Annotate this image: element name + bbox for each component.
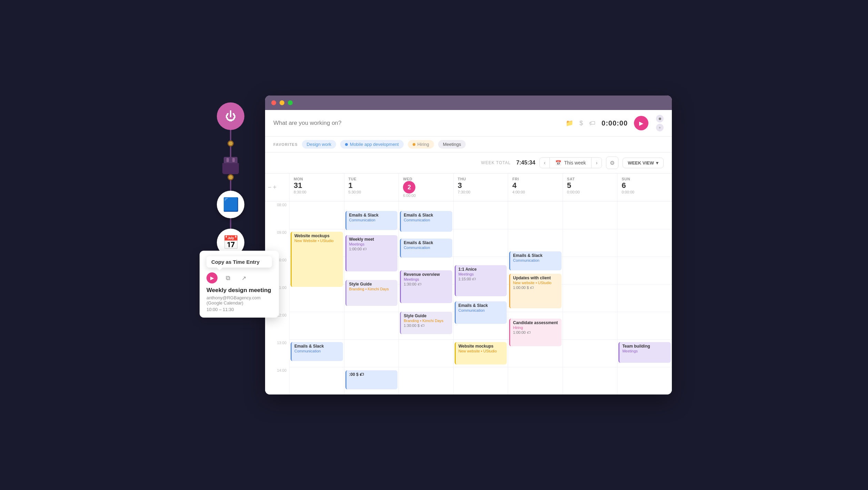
event-website-mockups-thu[interactable]: Website mockups New website • UStudio xyxy=(455,342,507,364)
copy-as-time-entry-tooltip[interactable]: Copy as Time Entry xyxy=(206,256,272,268)
grid-line xyxy=(290,367,344,367)
start-timer-button[interactable]: ▶ xyxy=(634,116,648,130)
event-emails-slack-tue[interactable]: Emails & Slack Communication xyxy=(345,211,398,230)
zoom-in-icon[interactable]: + xyxy=(273,184,277,191)
grid-line xyxy=(563,312,617,312)
event-style-guide-wed[interactable]: Style Guide Branding • Kimchi Days 1:30:… xyxy=(400,312,452,334)
event-emails-slack-wed1[interactable]: Emails & Slack Communication xyxy=(400,211,452,232)
day-col-wed: Emails & Slack Communication Emails & Sl… xyxy=(398,201,453,394)
grid-line xyxy=(344,367,399,367)
close-dot[interactable] xyxy=(271,100,276,105)
zoom-controls: − + xyxy=(265,173,289,201)
grid-line xyxy=(617,284,672,284)
event-emails-slack-mon[interactable]: Emails & Slack Communication xyxy=(291,342,343,361)
day-col-mon: Website mockups New Website • UStudio Em… xyxy=(289,201,344,394)
external-link-button[interactable]: ↗ xyxy=(238,272,249,283)
connector-line-1 xyxy=(230,130,231,140)
grid-line xyxy=(617,339,672,340)
next-week-button[interactable]: › xyxy=(592,158,602,168)
play-button[interactable]: ▶ xyxy=(206,272,218,283)
fav-mobile-app-label: Mobile app development xyxy=(350,142,399,147)
outlook-icon[interactable]: 🟦 xyxy=(217,191,244,218)
header-icons: 📁 $ 🏷 0:00:00 ▶ ⏺ + xyxy=(566,115,664,131)
event-emails-slack-thu[interactable]: Emails & Slack Communication xyxy=(455,301,507,324)
plug-body xyxy=(222,163,239,174)
folder-icon[interactable]: 📁 xyxy=(566,119,573,127)
fav-meetings-label: Meetings xyxy=(443,142,461,147)
grid-line xyxy=(344,339,399,340)
prev-week-button[interactable]: ‹ xyxy=(540,158,550,168)
grid-line xyxy=(617,367,672,367)
grid-line xyxy=(563,284,617,284)
record-button[interactable]: ⏺ xyxy=(656,115,664,122)
fav-hiring-label: Hiring xyxy=(417,142,429,147)
sidebar-connector: ⏻ 🟦 📅 xyxy=(217,102,244,256)
timer-display: 0:00:00 xyxy=(602,119,628,127)
calendar-settings-button[interactable]: ⚙ xyxy=(606,157,618,169)
maximize-dot[interactable] xyxy=(288,100,293,105)
event-candidate-assessment-fri[interactable]: Candidate assessment Hiring 1:00:00 🏷 xyxy=(509,319,562,346)
event-style-guide-tue[interactable]: Style Guide Branding • Kimchi Days xyxy=(345,280,398,306)
time-08: 08:00 xyxy=(265,201,289,229)
event-revenue-overview-wed[interactable]: Revenue overview Meetings 1:30:00 🏷 xyxy=(400,270,452,303)
grid-line xyxy=(399,367,453,367)
calendar-body: 08:00 09:00 10:00 11:00 12:00 13:00 14:0… xyxy=(265,201,672,394)
event-emails-slack-tue2[interactable]: :00 $ 🏷 xyxy=(345,370,398,389)
event-1on1-anice-thu[interactable]: 1:1 Anice Meetings 1:15:00 🏷 xyxy=(455,265,507,296)
grid-line xyxy=(508,367,563,367)
time-14: 14:00 xyxy=(265,367,289,394)
main-window: 📁 $ 🏷 0:00:00 ▶ ⏺ + FAVORITES Design wor… xyxy=(265,96,672,394)
outlook-emoji: 🟦 xyxy=(223,197,239,212)
time-13: 13:00 xyxy=(265,339,289,367)
hiring-dot xyxy=(413,143,415,146)
popup-card: Copy as Time Entry ▶ ⧉ ↗ Weekly design m… xyxy=(200,251,279,318)
week-view-button[interactable]: WEEK VIEW ▾ xyxy=(623,158,664,168)
connector-line-3 xyxy=(230,180,231,191)
fav-meetings[interactable]: Meetings xyxy=(438,140,466,149)
calendar-nav: ‹ 📅 This week › xyxy=(539,157,602,168)
fav-design-work[interactable]: Design work xyxy=(302,140,336,149)
calendar-grid: − + MON 31 8:30:00 TUE 1 5:30:00 WED 2 6… xyxy=(265,173,672,394)
event-emails-slack-wed2[interactable]: Emails & Slack Communication xyxy=(400,239,452,258)
week-total-label: WEEK TOTAL xyxy=(481,160,511,165)
sidebar: ⏻ 🟦 📅 xyxy=(196,96,265,256)
grid-line xyxy=(508,229,563,229)
power-icon-circle[interactable]: ⏻ xyxy=(217,102,244,130)
copy-button[interactable]: ⧉ xyxy=(222,272,233,283)
grid-line xyxy=(454,339,508,340)
event-team-building-sun[interactable]: Team building Meetings xyxy=(618,342,671,363)
day-header-sun: SUN 6 0:00:00 xyxy=(617,173,672,201)
grid-line xyxy=(563,367,617,367)
favorites-label: FAVORITES xyxy=(273,142,298,147)
day-col-sat xyxy=(563,201,617,394)
grid-line xyxy=(563,339,617,340)
this-week-button[interactable]: 📅 This week xyxy=(549,158,592,168)
tag-icon[interactable]: 🏷 xyxy=(589,120,595,127)
minimize-dot[interactable] xyxy=(280,100,284,105)
grid-line xyxy=(508,312,563,312)
zoom-out-icon[interactable]: − xyxy=(268,184,272,191)
event-updates-client-fri[interactable]: Updates with client New website • UStudi… xyxy=(509,274,562,308)
day-header-tue: TUE 1 5:30:00 xyxy=(344,173,399,201)
day-col-tue: Emails & Slack Communication Weekly meet… xyxy=(344,201,399,394)
app-header: 📁 $ 🏷 0:00:00 ▶ ⏺ + xyxy=(265,110,672,137)
fav-mobile-app[interactable]: Mobile app development xyxy=(340,140,404,149)
grid-line xyxy=(563,257,617,257)
search-input[interactable] xyxy=(273,120,560,127)
event-weekly-meet-tue[interactable]: Weekly meet Meetings 1:00:00 🏷 xyxy=(345,235,398,271)
event-emails-slack-fri[interactable]: Emails & Slack Communication xyxy=(509,251,562,270)
grid-line xyxy=(617,257,672,257)
event-website-mockups-mon[interactable]: Website mockups New Website • UStudio xyxy=(291,232,343,287)
fav-design-work-label: Design work xyxy=(307,142,332,147)
dollar-icon[interactable]: $ xyxy=(579,120,583,127)
week-view-label: WEEK VIEW xyxy=(628,160,654,166)
day-col-fri: Emails & Slack Communication Updates wit… xyxy=(508,201,563,394)
grid-line xyxy=(454,257,508,257)
power-icon: ⏻ xyxy=(225,110,236,123)
popup-actions: ▶ ⧉ ↗ xyxy=(206,272,272,283)
add-button[interactable]: + xyxy=(656,124,664,131)
grid-line xyxy=(290,229,344,229)
fav-hiring[interactable]: Hiring xyxy=(408,140,434,149)
day-header-sat: SAT 5 0:00:00 xyxy=(563,173,617,201)
grid-line xyxy=(344,312,399,312)
